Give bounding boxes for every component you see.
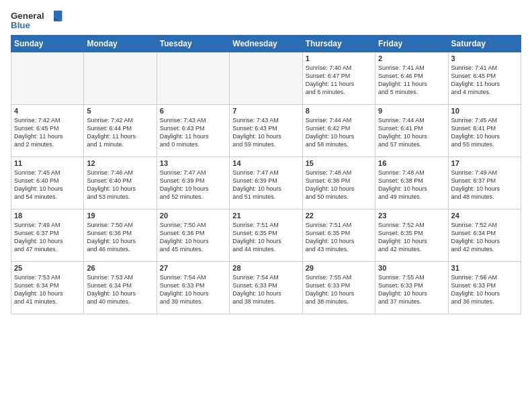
- calendar-cell: 2Sunrise: 7:41 AM Sunset: 6:46 PM Daylig…: [375, 52, 448, 105]
- calendar-cell: 18Sunrise: 7:49 AM Sunset: 6:37 PM Dayli…: [11, 210, 84, 262]
- day-number: 7: [232, 107, 299, 115]
- weekday-header-tuesday: Tuesday: [157, 36, 229, 52]
- day-number: 3: [451, 54, 518, 62]
- day-info: Sunrise: 7:47 AM Sunset: 6:39 PM Dayligh…: [232, 169, 299, 201]
- calendar-cell: 6Sunrise: 7:43 AM Sunset: 6:43 PM Daylig…: [157, 105, 229, 157]
- day-number: 8: [306, 107, 372, 115]
- day-number: 11: [14, 159, 81, 167]
- day-info: Sunrise: 7:48 AM Sunset: 6:38 PM Dayligh…: [378, 169, 445, 201]
- calendar-cell: 14Sunrise: 7:47 AM Sunset: 6:39 PM Dayli…: [230, 157, 302, 210]
- calendar-cell: 17Sunrise: 7:49 AM Sunset: 6:37 PM Dayli…: [448, 157, 521, 210]
- calendar-cell: 9Sunrise: 7:44 AM Sunset: 6:41 PM Daylig…: [375, 105, 448, 157]
- calendar-week-row: 11Sunrise: 7:45 AM Sunset: 6:40 PM Dayli…: [11, 157, 521, 210]
- calendar-cell: 4Sunrise: 7:42 AM Sunset: 6:45 PM Daylig…: [11, 105, 84, 157]
- day-info: Sunrise: 7:41 AM Sunset: 6:45 PM Dayligh…: [451, 64, 518, 97]
- day-info: Sunrise: 7:52 AM Sunset: 6:34 PM Dayligh…: [451, 221, 518, 254]
- calendar-week-row: 1Sunrise: 7:40 AM Sunset: 6:47 PM Daylig…: [11, 52, 521, 105]
- day-info: Sunrise: 7:53 AM Sunset: 6:34 PM Dayligh…: [14, 273, 81, 306]
- weekday-header-saturday: Saturday: [448, 36, 521, 52]
- day-info: Sunrise: 7:42 AM Sunset: 6:44 PM Dayligh…: [87, 116, 153, 149]
- calendar-cell: 16Sunrise: 7:48 AM Sunset: 6:38 PM Dayli…: [375, 157, 448, 210]
- calendar-cell: [157, 52, 229, 105]
- calendar-cell: 11Sunrise: 7:45 AM Sunset: 6:40 PM Dayli…: [11, 157, 84, 210]
- calendar-cell: 28Sunrise: 7:54 AM Sunset: 6:33 PM Dayli…: [230, 262, 302, 314]
- day-info: Sunrise: 7:47 AM Sunset: 6:39 PM Dayligh…: [160, 169, 226, 201]
- day-info: Sunrise: 7:54 AM Sunset: 6:33 PM Dayligh…: [232, 273, 299, 306]
- day-info: Sunrise: 7:43 AM Sunset: 6:43 PM Dayligh…: [232, 116, 299, 149]
- day-info: Sunrise: 7:49 AM Sunset: 6:37 PM Dayligh…: [451, 169, 518, 201]
- calendar-cell: 21Sunrise: 7:51 AM Sunset: 6:35 PM Dayli…: [230, 210, 302, 262]
- svg-text:General: General: [11, 11, 44, 21]
- calendar-cell: 30Sunrise: 7:55 AM Sunset: 6:33 PM Dayli…: [375, 262, 448, 314]
- calendar-cell: 26Sunrise: 7:53 AM Sunset: 6:34 PM Dayli…: [84, 262, 157, 314]
- calendar-cell: 15Sunrise: 7:48 AM Sunset: 6:38 PM Dayli…: [302, 157, 375, 210]
- weekday-header-wednesday: Wednesday: [230, 36, 302, 52]
- day-number: 12: [87, 159, 153, 167]
- day-number: 15: [306, 159, 372, 167]
- calendar-cell: 20Sunrise: 7:50 AM Sunset: 6:36 PM Dayli…: [157, 210, 229, 262]
- day-info: Sunrise: 7:48 AM Sunset: 6:38 PM Dayligh…: [306, 169, 372, 201]
- day-number: 6: [160, 107, 226, 115]
- day-number: 2: [378, 54, 445, 62]
- day-info: Sunrise: 7:55 AM Sunset: 6:33 PM Dayligh…: [378, 273, 445, 306]
- day-info: Sunrise: 7:49 AM Sunset: 6:37 PM Dayligh…: [14, 221, 81, 254]
- day-number: 13: [160, 159, 226, 167]
- logo: General Blue: [11, 8, 64, 32]
- day-number: 28: [232, 264, 299, 272]
- day-number: 5: [87, 107, 153, 115]
- page-header: General Blue: [11, 8, 521, 32]
- day-number: 1: [306, 54, 372, 62]
- calendar-cell: 5Sunrise: 7:42 AM Sunset: 6:44 PM Daylig…: [84, 105, 157, 157]
- day-number: 4: [14, 107, 81, 115]
- day-number: 20: [160, 212, 226, 220]
- day-info: Sunrise: 7:44 AM Sunset: 6:41 PM Dayligh…: [378, 116, 445, 149]
- day-info: Sunrise: 7:51 AM Sunset: 6:35 PM Dayligh…: [306, 221, 372, 254]
- calendar-cell: 19Sunrise: 7:50 AM Sunset: 6:36 PM Dayli…: [84, 210, 157, 262]
- day-info: Sunrise: 7:52 AM Sunset: 6:35 PM Dayligh…: [378, 221, 445, 254]
- day-number: 31: [451, 264, 518, 272]
- calendar-header-row: SundayMondayTuesdayWednesdayThursdayFrid…: [11, 36, 521, 52]
- calendar-cell: 25Sunrise: 7:53 AM Sunset: 6:34 PM Dayli…: [11, 262, 84, 314]
- day-number: 18: [14, 212, 81, 220]
- calendar-week-row: 4Sunrise: 7:42 AM Sunset: 6:45 PM Daylig…: [11, 105, 521, 157]
- day-info: Sunrise: 7:42 AM Sunset: 6:45 PM Dayligh…: [14, 116, 81, 149]
- day-number: 14: [232, 159, 299, 167]
- day-number: 9: [378, 107, 445, 115]
- svg-text:Blue: Blue: [11, 20, 30, 30]
- day-info: Sunrise: 7:53 AM Sunset: 6:34 PM Dayligh…: [87, 273, 153, 306]
- calendar-cell: 27Sunrise: 7:54 AM Sunset: 6:33 PM Dayli…: [157, 262, 229, 314]
- day-info: Sunrise: 7:46 AM Sunset: 6:40 PM Dayligh…: [87, 169, 153, 201]
- weekday-header-monday: Monday: [84, 36, 157, 52]
- day-number: 23: [378, 212, 445, 220]
- day-number: 24: [451, 212, 518, 220]
- day-info: Sunrise: 7:55 AM Sunset: 6:33 PM Dayligh…: [306, 273, 372, 306]
- calendar-cell: 22Sunrise: 7:51 AM Sunset: 6:35 PM Dayli…: [302, 210, 375, 262]
- day-number: 26: [87, 264, 153, 272]
- day-info: Sunrise: 7:50 AM Sunset: 6:36 PM Dayligh…: [160, 221, 226, 254]
- calendar-cell: 3Sunrise: 7:41 AM Sunset: 6:45 PM Daylig…: [448, 52, 521, 105]
- day-info: Sunrise: 7:54 AM Sunset: 6:33 PM Dayligh…: [160, 273, 226, 306]
- calendar-cell: 7Sunrise: 7:43 AM Sunset: 6:43 PM Daylig…: [230, 105, 302, 157]
- day-number: 10: [451, 107, 518, 115]
- day-number: 22: [306, 212, 372, 220]
- calendar-cell: 12Sunrise: 7:46 AM Sunset: 6:40 PM Dayli…: [84, 157, 157, 210]
- day-info: Sunrise: 7:45 AM Sunset: 6:41 PM Dayligh…: [451, 116, 518, 149]
- day-number: 21: [232, 212, 299, 220]
- calendar-cell: 29Sunrise: 7:55 AM Sunset: 6:33 PM Dayli…: [302, 262, 375, 314]
- weekday-header-friday: Friday: [375, 36, 448, 52]
- day-info: Sunrise: 7:41 AM Sunset: 6:46 PM Dayligh…: [378, 64, 445, 97]
- day-info: Sunrise: 7:44 AM Sunset: 6:42 PM Dayligh…: [306, 116, 372, 149]
- calendar-cell: [230, 52, 302, 105]
- day-info: Sunrise: 7:50 AM Sunset: 6:36 PM Dayligh…: [87, 221, 153, 254]
- calendar-cell: 10Sunrise: 7:45 AM Sunset: 6:41 PM Dayli…: [448, 105, 521, 157]
- calendar-week-row: 18Sunrise: 7:49 AM Sunset: 6:37 PM Dayli…: [11, 210, 521, 262]
- day-number: 29: [306, 264, 372, 272]
- day-info: Sunrise: 7:51 AM Sunset: 6:35 PM Dayligh…: [232, 221, 299, 254]
- weekday-header-sunday: Sunday: [11, 36, 84, 52]
- calendar-table: SundayMondayTuesdayWednesdayThursdayFrid…: [11, 35, 521, 314]
- day-number: 30: [378, 264, 445, 272]
- day-info: Sunrise: 7:43 AM Sunset: 6:43 PM Dayligh…: [160, 116, 226, 149]
- day-number: 27: [160, 264, 226, 272]
- day-number: 16: [378, 159, 445, 167]
- calendar-cell: 13Sunrise: 7:47 AM Sunset: 6:39 PM Dayli…: [157, 157, 229, 210]
